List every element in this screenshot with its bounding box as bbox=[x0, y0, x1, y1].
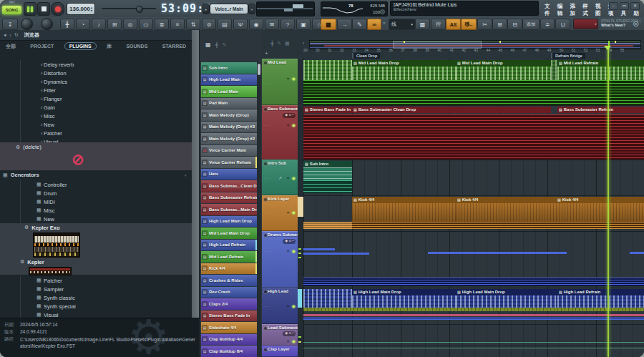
tab-library[interactable]: 库 bbox=[102, 42, 116, 51]
clip-bass-submaster-refrain[interactable]: ▤Bass Submaster Refrain bbox=[557, 107, 644, 113]
toolbar-tool-button[interactable]: ♪ bbox=[92, 19, 106, 30]
pause-button[interactable] bbox=[24, 2, 36, 16]
tab-sounds[interactable]: SOUNDS bbox=[122, 43, 152, 49]
kepler-item[interactable]: ⚙ Kepler bbox=[0, 258, 192, 266]
pencil-tool-icon[interactable]: ✎ bbox=[352, 19, 367, 30]
picker-pencil-icon[interactable]: ✎ bbox=[223, 42, 227, 48]
pattern-row[interactable]: ▤ Pad Main bbox=[201, 98, 257, 109]
toolbar-tool-button[interactable]: ✉ bbox=[265, 19, 279, 30]
track-header-kick-layer[interactable]: Kick Layer ▾ ◉ .... bbox=[262, 195, 298, 231]
toolbar-tool-button[interactable]: ⊞ bbox=[107, 19, 122, 30]
clip-mid-lead-refrain[interactable]: ▤Mid Lead Refrain bbox=[557, 60, 644, 80]
playhead-marker-icon[interactable] bbox=[604, 46, 611, 50]
add-button[interactable]: 添加 bbox=[522, 19, 540, 30]
drums-automation-bar[interactable] bbox=[303, 253, 369, 255]
browser-plugin-category[interactable]: ♀Flanger bbox=[21, 94, 192, 103]
back-icon[interactable]: ◂ bbox=[4, 32, 6, 38]
pattern-row[interactable]: ▤ Stereo Bass Fade In bbox=[201, 310, 257, 322]
pattern-prev-button[interactable]: ▸ bbox=[203, 4, 210, 14]
pattern-row[interactable]: ▤ Clap Buildup 4/4 bbox=[201, 334, 257, 346]
menu-item[interactable]: 视图 bbox=[593, 3, 606, 17]
picker-move-icon[interactable]: ╋ bbox=[215, 42, 218, 48]
pattern-row[interactable]: ▤ Main Melody (Drop) bbox=[201, 109, 257, 121]
cut-icon[interactable]: ✂ bbox=[477, 19, 492, 30]
browser-plugin-category[interactable]: ♀Delay reverb bbox=[21, 60, 192, 69]
audio-strip-intro[interactable] bbox=[303, 180, 352, 193]
browser-generator-category[interactable]: ▦New bbox=[21, 215, 192, 223]
pattern-row[interactable]: ▤ Mid Lead Refrain bbox=[201, 251, 257, 263]
browser-generator-category[interactable]: ▦Patcher bbox=[21, 276, 192, 285]
toolbar-tool-button[interactable]: ▤ bbox=[218, 19, 232, 30]
browser-plugin-category[interactable]: ♀New bbox=[21, 120, 192, 129]
toolbar-tool-button[interactable]: Ψ bbox=[233, 19, 248, 30]
song-mode-button[interactable]: SONG bbox=[2, 6, 21, 14]
piano-roll-tool-icon[interactable]: ▦ bbox=[321, 19, 336, 30]
tempo-spinner[interactable]: ▴▾ bbox=[91, 6, 92, 12]
browser-generator-category[interactable]: ▦Synth special bbox=[21, 302, 192, 310]
pattern-row[interactable]: ▤ Bass Submaster Refrain bbox=[201, 192, 257, 204]
snap-selector[interactable]: 线▾ bbox=[389, 19, 416, 30]
master-slider-knob[interactable] bbox=[136, 6, 143, 13]
picker-keyboard-icon[interactable]: ▦ bbox=[205, 41, 211, 48]
menu-item[interactable]: 编辑 bbox=[555, 3, 568, 17]
drums-automation-bar[interactable] bbox=[303, 248, 335, 250]
pattern-row[interactable]: ▤ Rev Crash bbox=[201, 287, 257, 298]
kepler-thumbnail[interactable] bbox=[29, 267, 72, 275]
browser-plugin-category[interactable]: ♀Patcher bbox=[21, 129, 192, 137]
clip-kick-2[interactable]: ▤Kick 4/4 bbox=[456, 197, 556, 222]
pattern-row[interactable]: ▤ Kick 4/4 bbox=[201, 263, 257, 275]
pattern-list-scrollbar[interactable] bbox=[257, 62, 261, 357]
clip-fragment[interactable] bbox=[551, 60, 557, 80]
save-project-icon[interactable]: ↧ bbox=[2, 19, 18, 30]
track-header-bass-submaster[interactable]: Bass Submaster ◉ ⊙ • ▾ ◉ .... bbox=[262, 105, 298, 160]
arrangement-grid[interactable]: ▤Mid Lead Main Drop ▤Mid Lead Main Drop … bbox=[303, 59, 644, 357]
track-route-icons[interactable]: ◉ ⊙ • bbox=[283, 239, 296, 244]
track-menu-icon[interactable]: ▾ bbox=[287, 303, 289, 308]
generators-section-header[interactable]: ▦ Generators ▾ bbox=[3, 172, 39, 178]
track-led-icon[interactable]: ◉ bbox=[292, 303, 296, 308]
pattern-selector[interactable]: Voice..r Main bbox=[210, 4, 248, 14]
up-icon[interactable]: ↑ bbox=[9, 33, 12, 38]
maximize-button[interactable]: ▭ bbox=[620, 2, 629, 10]
pattern-row[interactable]: ▤ Main Melody (Drop) #2 bbox=[201, 133, 257, 145]
pat-mode-label[interactable]: PAT bbox=[3, 1, 21, 4]
track-route-icons[interactable]: ◉ ⊙ • bbox=[283, 113, 296, 118]
track-led-icon[interactable]: ◉ bbox=[292, 76, 296, 81]
minimize-button[interactable]: – bbox=[609, 2, 618, 10]
oscilloscope-panel[interactable] bbox=[256, 1, 315, 16]
kepler-exo-thumbnail[interactable] bbox=[33, 233, 80, 258]
pattern-row[interactable]: ▤ Sub Intro bbox=[201, 62, 257, 74]
browser-plugin-category[interactable]: ♀Distortion bbox=[21, 69, 192, 77]
browser-generator-category[interactable]: ▦Sampler bbox=[21, 285, 192, 293]
globe-icon[interactable]: ⊚ bbox=[633, 19, 639, 29]
clip-mid-lead-main-drop-2[interactable]: ▤Mid Lead Main Drop bbox=[456, 60, 551, 80]
move-tool-button[interactable]: 移.. bbox=[461, 19, 477, 30]
control-tool-button[interactable]: 控 bbox=[431, 19, 446, 30]
track-menu-icon[interactable]: ▾ bbox=[287, 122, 289, 127]
toolbar-tool-button[interactable]: ⊘ bbox=[202, 19, 216, 30]
master-volume-knob[interactable] bbox=[21, 18, 33, 30]
pattern-row[interactable]: ▤ Main Melody (Drop) #3 bbox=[201, 122, 257, 133]
scroll-left-icon[interactable]: ‹ bbox=[303, 41, 304, 46]
browser-generator-category[interactable]: ▦Controller bbox=[21, 180, 192, 189]
paste-icon[interactable]: ⊟ bbox=[507, 19, 522, 30]
track-header-mid-lead[interactable]: Mid Lead ▾ ◉ .... bbox=[262, 59, 298, 105]
toolbar-tool-button[interactable]: ▭ bbox=[139, 19, 153, 30]
scrollbar-thumb[interactable] bbox=[258, 64, 260, 75]
refresh-icon[interactable]: ↻ bbox=[14, 32, 19, 38]
automation-strip-blue[interactable] bbox=[303, 317, 644, 320]
clip-mid-lead-partial[interactable] bbox=[303, 60, 352, 80]
clip-mid-lead-main-drop-1[interactable]: ▤Mid Lead Main Drop bbox=[352, 60, 456, 80]
pattern-row[interactable]: ▤ Mid Lead Main bbox=[201, 86, 257, 97]
pattern-row[interactable]: ▤ Sidechain 4/4 bbox=[201, 322, 257, 333]
copy-icon[interactable]: ⊞ bbox=[492, 19, 507, 30]
pattern-row[interactable]: ▤ Hats bbox=[201, 169, 257, 180]
clip-high-lead-partial[interactable] bbox=[303, 289, 352, 308]
playhead[interactable] bbox=[608, 46, 609, 357]
clip-sub-intro[interactable]: ▤Sub Intro bbox=[303, 161, 352, 180]
drums-automation-bar[interactable] bbox=[428, 252, 567, 254]
browser-scrollbar[interactable] bbox=[192, 30, 199, 318]
browser-plugin-category[interactable]: ♀Misc bbox=[21, 112, 192, 120]
toolbar-tool-button[interactable]: ◉ bbox=[249, 19, 263, 30]
track-header-high-lead[interactable]: High Lead ▾ ◉ .... bbox=[262, 288, 298, 324]
